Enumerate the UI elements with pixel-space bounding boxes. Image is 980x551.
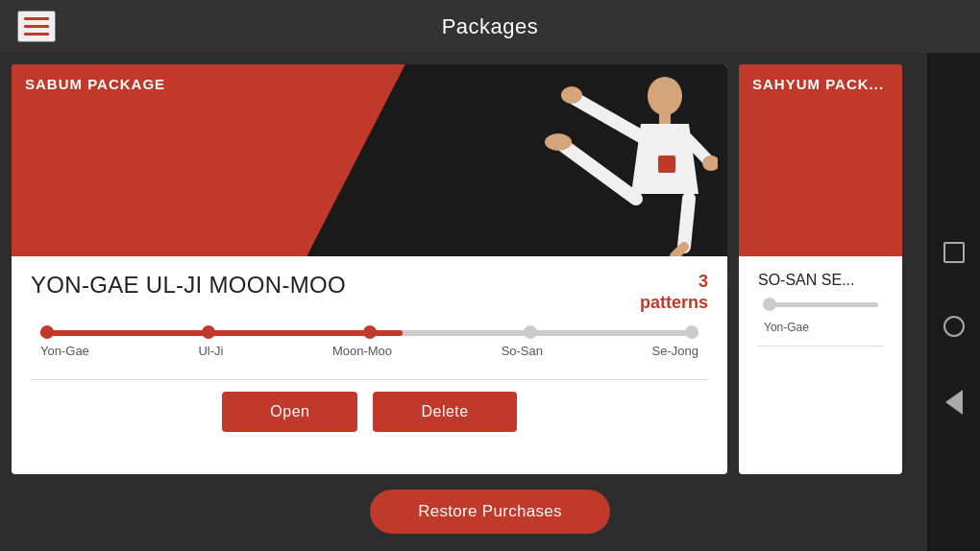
label-se-jong: Se-Jong (652, 344, 698, 358)
bottom-area: Restore Purchases (0, 474, 980, 551)
sabum-card-top-row: YON-GAE UL-JI MOON-MOO 3 patterns (31, 272, 708, 313)
patterns-count: 3 (698, 272, 708, 291)
recent-apps-button[interactable] (943, 242, 965, 263)
sahyum-divider (758, 346, 883, 347)
progress-slider: Yon-Gae Ul-Ji Moon-Moo So-San Se-Jong (31, 330, 708, 358)
recent-apps-icon (943, 242, 965, 263)
slider-dots (40, 326, 698, 340)
label-ul-ji: Ul-Ji (198, 344, 223, 358)
delete-button[interactable]: Delete (373, 392, 516, 432)
svg-line-12 (674, 247, 684, 256)
home-button[interactable] (943, 316, 965, 337)
open-button[interactable]: Open (222, 392, 357, 432)
svg-point-0 (648, 77, 682, 115)
restore-purchases-button[interactable]: Restore Purchases (370, 490, 610, 534)
banner-red-overlay (12, 64, 405, 256)
sabum-card-title: YON-GAE UL-JI MOON-MOO (31, 272, 346, 299)
sahyum-label-yon-gae: Yon-Gae (758, 321, 883, 334)
back-icon (945, 390, 963, 415)
label-moon-moo: Moon-Moo (332, 344, 392, 358)
patterns-info: 3 patterns (640, 272, 708, 313)
dot-ul-ji (202, 325, 215, 339)
sahyum-slider (758, 302, 883, 307)
dot-moon-moo (363, 325, 377, 339)
sahyum-package-label: SAHYUM PACK... (752, 76, 884, 92)
sabum-package-card: SABUM PACKAGE (12, 64, 727, 474)
sahyum-dot-yon-gae (763, 298, 776, 311)
svg-line-11 (684, 199, 689, 247)
action-buttons: Open Delete (31, 392, 708, 432)
patterns-label: patterns (640, 293, 708, 312)
android-nav-bar (927, 53, 980, 551)
sahyum-slider-dots (763, 299, 878, 312)
sahyum-package-card: SAHYUM PACK... SO-SAN SE... Yon-Gae (739, 64, 902, 474)
dot-so-san (524, 325, 537, 339)
sahyum-banner: SAHYUM PACK... (739, 64, 902, 256)
cards-row: SABUM PACKAGE (0, 53, 980, 474)
svg-point-10 (545, 133, 572, 151)
sabum-package-label: SABUM PACKAGE (25, 76, 165, 92)
sahyum-card-body: SO-SAN SE... Yon-Gae (739, 256, 902, 474)
card-divider (31, 379, 708, 380)
sahyum-slider-track (763, 302, 878, 307)
dot-yon-gae (40, 325, 54, 339)
main-content: SABUM PACKAGE (0, 53, 980, 551)
slider-track (40, 330, 698, 336)
label-so-san: So-San (502, 344, 543, 358)
back-button[interactable] (945, 390, 963, 415)
hamburger-menu-button[interactable] (17, 11, 56, 42)
svg-rect-1 (659, 112, 671, 124)
slider-labels: Yon-Gae Ul-Ji Moon-Moo So-San Se-Jong (40, 344, 698, 358)
karate-figure (516, 69, 718, 256)
sabum-card-body: YON-GAE UL-JI MOON-MOO 3 patterns (12, 256, 727, 474)
svg-point-6 (561, 86, 582, 104)
page-title: Packages (442, 14, 539, 39)
svg-rect-3 (658, 156, 675, 173)
sabum-banner: SABUM PACKAGE (12, 64, 727, 256)
svg-line-5 (574, 98, 641, 136)
sahyum-card-title: SO-SAN SE... (758, 272, 883, 289)
dot-se-jong (685, 325, 698, 339)
svg-line-9 (564, 146, 636, 199)
header: Packages (0, 0, 980, 53)
label-yon-gae: Yon-Gae (40, 344, 89, 358)
home-icon (943, 316, 965, 337)
